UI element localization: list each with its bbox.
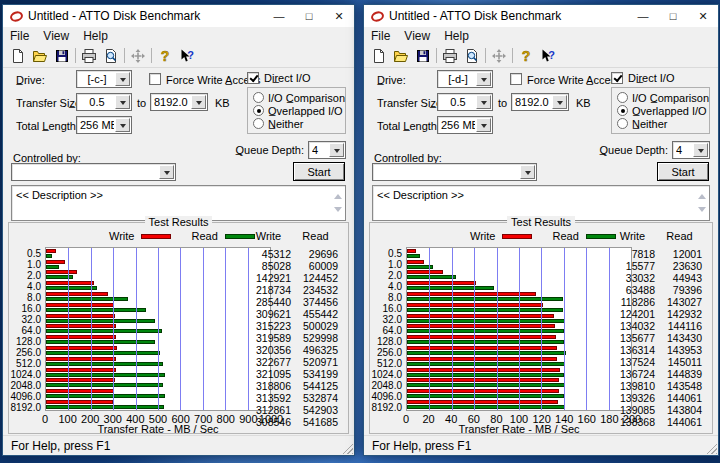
read-bar <box>407 362 565 366</box>
help-icon[interactable]: ? <box>154 46 176 66</box>
read-bar <box>46 308 146 312</box>
menu-help[interactable]: Help <box>76 29 115 43</box>
force-write-access-checkbox[interactable] <box>149 73 161 85</box>
write-bar <box>407 368 560 372</box>
svg-text:?: ? <box>161 48 170 64</box>
force-write-access-checkbox[interactable] <box>510 73 522 85</box>
resize-grip[interactable] <box>340 441 353 454</box>
print-icon[interactable] <box>439 46 461 66</box>
row-label: 8192.0 <box>9 402 41 413</box>
maximize-button[interactable]: □ <box>294 5 324 27</box>
overlapped-io-radio[interactable] <box>253 105 264 116</box>
queue-depth-select[interactable]: 4 <box>308 141 346 159</box>
scroll-down-icon[interactable] <box>334 207 342 216</box>
neither-radio[interactable] <box>253 118 264 129</box>
scroll-up-icon[interactable] <box>334 190 342 199</box>
transfer-from-select[interactable]: 0.5 <box>437 93 493 111</box>
open-folder-icon[interactable] <box>29 46 51 66</box>
resize-grip[interactable] <box>704 441 717 454</box>
queue-depth-select[interactable]: 4 <box>672 141 710 159</box>
close-button[interactable]: ✕ <box>688 5 718 27</box>
maximize-button[interactable]: □ <box>658 5 688 27</box>
overlapped-io-radio[interactable] <box>617 105 628 116</box>
menu-view[interactable]: View <box>397 29 437 43</box>
write-value: 321095 <box>246 368 291 380</box>
transfer-to-select[interactable]: 8192.0 <box>150 93 208 111</box>
value-row: 321095534199 <box>246 368 338 380</box>
write-value: 135677 <box>610 332 655 344</box>
io-comparison-radio[interactable] <box>253 92 264 103</box>
drive-select[interactable]: [-c-] <box>76 70 132 88</box>
scroll-down-icon[interactable] <box>698 207 706 216</box>
menu-file[interactable]: File <box>364 29 397 43</box>
chart-plot <box>45 247 271 411</box>
start-button[interactable]: Start <box>657 162 709 181</box>
dropdown-arrow-icon[interactable] <box>476 72 491 86</box>
titlebar[interactable]: Untitled - ATTO Disk Benchmark — □ ✕ <box>364 5 718 27</box>
write-bar <box>46 357 116 361</box>
transfer-from-select[interactable]: 0.5 <box>76 93 132 111</box>
save-floppy-icon[interactable] <box>412 46 434 66</box>
write-bar <box>46 400 113 404</box>
controlled-by-select[interactable] <box>11 163 176 181</box>
start-button[interactable]: Start <box>293 162 345 181</box>
dropdown-arrow-icon[interactable] <box>329 143 344 157</box>
read-value: 534199 <box>293 368 338 380</box>
minimize-button[interactable]: — <box>628 5 658 27</box>
context-help-icon[interactable]: ? <box>537 46 559 66</box>
transfer-to-select[interactable]: 8192.0 <box>511 93 569 111</box>
x-axis-label: Transfer Rate - MB / Sec <box>406 423 632 435</box>
drive-select[interactable]: [-d-] <box>437 70 493 88</box>
neither-radio[interactable] <box>617 118 628 129</box>
menu-file[interactable]: File <box>3 29 36 43</box>
dropdown-arrow-icon[interactable] <box>115 72 130 86</box>
value-row: 136314143953 <box>610 344 702 356</box>
print-icon[interactable] <box>78 46 100 66</box>
scroll-up-icon[interactable] <box>698 190 706 199</box>
dropdown-arrow-icon[interactable] <box>115 118 130 132</box>
titlebar[interactable]: Untitled - ATTO Disk Benchmark — □ ✕ <box>3 5 354 27</box>
read-value: 79396 <box>657 284 702 296</box>
new-document-icon[interactable] <box>368 46 390 66</box>
dropdown-arrow-icon[interactable] <box>191 95 206 109</box>
dropdown-arrow-icon[interactable] <box>476 118 491 132</box>
value-row: 137524145011 <box>610 356 702 368</box>
print-preview-icon[interactable] <box>461 46 483 66</box>
write-bar <box>46 346 117 350</box>
context-help-icon[interactable]: ? <box>176 46 198 66</box>
dropdown-arrow-icon[interactable] <box>159 165 174 179</box>
bar-row <box>407 345 631 356</box>
dropdown-arrow-icon[interactable] <box>115 95 130 109</box>
write-value: 137524 <box>610 356 655 368</box>
write-value: 134032 <box>610 320 655 332</box>
value-row: 322677520971 <box>246 356 338 368</box>
total-length-select[interactable]: 256 MB <box>76 116 132 134</box>
help-icon[interactable]: ? <box>515 46 537 66</box>
total-length-select[interactable]: 256 MB <box>437 116 493 134</box>
controlled-by-select[interactable] <box>372 163 537 181</box>
dropdown-arrow-icon[interactable] <box>552 95 567 109</box>
value-row: 320356496325 <box>246 344 338 356</box>
write-value: 124201 <box>610 308 655 320</box>
dropdown-arrow-icon[interactable] <box>476 95 491 109</box>
write-value: 218734 <box>246 284 291 296</box>
new-document-icon[interactable] <box>7 46 29 66</box>
io-comparison-label: I/O C̲omparison <box>268 92 345 104</box>
save-floppy-icon[interactable] <box>51 46 73 66</box>
direct-io-checkbox[interactable] <box>247 72 259 84</box>
write-bar <box>407 270 443 274</box>
read-column-header: Read <box>657 230 702 242</box>
minimize-button[interactable]: — <box>264 5 294 27</box>
write-value: 313592 <box>246 392 291 404</box>
open-folder-icon[interactable] <box>390 46 412 66</box>
dropdown-arrow-icon[interactable] <box>520 165 535 179</box>
print-preview-icon[interactable] <box>100 46 122 66</box>
menu-help[interactable]: Help <box>437 29 476 43</box>
dropdown-arrow-icon[interactable] <box>693 143 708 157</box>
app-icon <box>371 10 384 23</box>
menu-view[interactable]: View <box>36 29 76 43</box>
io-comparison-radio[interactable] <box>617 92 628 103</box>
close-button[interactable]: ✕ <box>324 5 354 27</box>
queue-depth-label: Q̲ueue Depth: <box>236 144 305 156</box>
direct-io-checkbox[interactable] <box>611 72 623 84</box>
